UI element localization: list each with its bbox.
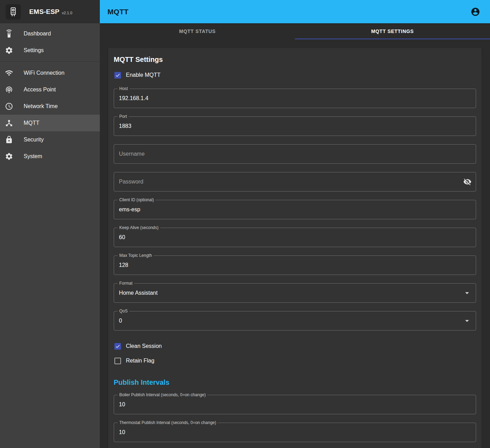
enable-mqtt-checkbox[interactable]: Enable MQTT: [114, 68, 476, 82]
device-hub-icon: [5, 119, 13, 127]
checkbox-icon: [114, 343, 121, 350]
app-bar: MQTT: [100, 0, 490, 23]
sidebar-item-label: Network Time: [24, 103, 58, 109]
sidebar-item-label: MQTT: [24, 120, 39, 126]
thermostat-publish-interval-field[interactable]: Thermostat Publish Interval (seconds, 0=…: [114, 423, 476, 442]
tab-mqtt-status[interactable]: MQTT STATUS: [100, 23, 295, 39]
checkbox-label: Retain Flag: [126, 358, 154, 364]
thermostat-publish-interval-value: 10: [119, 429, 125, 435]
qos-select[interactable]: QoS 0: [114, 311, 476, 331]
sidebar-nav: Dashboard Settings WiFi Connection Acces…: [0, 23, 100, 165]
format-select-value: Home Assistant: [119, 290, 158, 296]
visibility-off-icon[interactable]: [463, 178, 472, 186]
brand-header: EMS-ESP v2.1.0: [0, 0, 100, 23]
keep-alive-field-label: Keep Alive (seconds): [118, 225, 160, 230]
sidebar-item-label: WiFi Connection: [24, 70, 64, 76]
sidebar-item-label: Settings: [24, 47, 44, 54]
tab-mqtt-settings[interactable]: MQTT SETTINGS: [295, 23, 490, 39]
max-topic-length-field[interactable]: Max Topic Length 128: [114, 255, 476, 275]
qos-select-label: QoS: [118, 309, 129, 314]
sidebar: EMS-ESP v2.1.0 Dashboard Settings WiFi C…: [0, 0, 100, 448]
sidebar-item-mqtt[interactable]: MQTT: [0, 115, 100, 131]
content-area: MQTT Settings Enable MQTT Host 192.168.1…: [100, 39, 490, 448]
username-placeholder: Username: [119, 151, 145, 157]
sidebar-item-system[interactable]: System: [0, 148, 100, 165]
host-field[interactable]: Host 192.168.1.4: [114, 89, 476, 108]
port-field-label: Port: [118, 114, 129, 119]
gear-icon: [5, 46, 13, 55]
format-select[interactable]: Format Home Assistant: [114, 283, 476, 303]
lock-icon: [5, 136, 13, 144]
sidebar-item-network-time[interactable]: Network Time: [0, 98, 100, 115]
port-field[interactable]: Port 1883: [114, 116, 476, 136]
sidebar-divider: [0, 62, 100, 62]
sidebar-item-wifi-connection[interactable]: WiFi Connection: [0, 65, 100, 81]
password-field[interactable]: Password: [114, 172, 476, 192]
sidebar-item-security[interactable]: Security: [0, 131, 100, 148]
keep-alive-field[interactable]: Keep Alive (seconds) 60: [114, 228, 476, 247]
dropdown-arrow-icon: [463, 316, 472, 325]
sidebar-item-dashboard[interactable]: Dashboard: [0, 25, 100, 42]
main-column: MQTT MQTT STATUS MQTT SETTINGS MQTT Sett…: [100, 0, 490, 448]
card-title: MQTT Settings: [114, 56, 476, 64]
clean-session-checkbox[interactable]: Clean Session: [114, 339, 476, 353]
sidebar-item-label: Security: [24, 137, 44, 143]
checkbox-label: Clean Session: [126, 343, 162, 349]
keep-alive-field-value: 60: [119, 234, 125, 241]
format-select-label: Format: [118, 281, 134, 286]
tab-bar: MQTT STATUS MQTT SETTINGS: [100, 23, 490, 39]
brand-version: v2.1.0: [62, 8, 72, 15]
app-root: EMS-ESP v2.1.0 Dashboard Settings WiFi C…: [0, 0, 490, 448]
remote-icon: [5, 30, 13, 38]
wifi-icon: [5, 69, 13, 77]
sidebar-item-label: Dashboard: [24, 31, 51, 37]
boiler-logo-icon: [6, 4, 21, 19]
sidebar-item-settings[interactable]: Settings: [0, 42, 100, 59]
page-title: MQTT: [107, 8, 129, 16]
max-topic-length-field-value: 128: [119, 262, 128, 268]
sidebar-item-label: System: [24, 153, 42, 160]
thermostat-publish-interval-label: Thermostat Publish Interval (seconds, 0=…: [118, 420, 218, 425]
password-placeholder: Password: [119, 179, 143, 185]
host-field-value: 192.168.1.4: [119, 95, 148, 101]
boiler-publish-interval-value: 10: [119, 401, 125, 408]
sidebar-item-access-point[interactable]: Access Point: [0, 81, 100, 98]
host-field-label: Host: [118, 86, 130, 91]
account-circle-icon[interactable]: [468, 5, 482, 19]
client-id-field[interactable]: Client ID (optional) ems-esp: [114, 200, 476, 219]
mqtt-settings-card: MQTT Settings Enable MQTT Host 192.168.1…: [108, 48, 482, 448]
checkbox-icon: [114, 72, 121, 79]
retain-flag-checkbox[interactable]: Retain Flag: [114, 353, 476, 368]
wifi-tethering-icon: [5, 85, 13, 94]
checkbox-label: Enable MQTT: [126, 72, 161, 78]
brand-title: EMS-ESP: [29, 8, 59, 16]
publish-intervals-heading: Publish Intervals: [114, 378, 476, 386]
client-id-field-value: ems-esp: [119, 206, 140, 213]
boiler-publish-interval-label: Boiler Publish Interval (seconds, 0=on c…: [118, 392, 207, 398]
gear-icon: [5, 152, 13, 161]
sidebar-item-label: Access Point: [24, 87, 56, 93]
max-topic-length-field-label: Max Topic Length: [118, 253, 154, 258]
port-field-value: 1883: [119, 123, 131, 129]
checkbox-icon: [114, 358, 121, 364]
dropdown-arrow-icon: [463, 288, 472, 298]
username-field[interactable]: Username: [114, 144, 476, 164]
clock-icon: [5, 102, 13, 111]
qos-select-value: 0: [119, 318, 122, 324]
boiler-publish-interval-field[interactable]: Boiler Publish Interval (seconds, 0=on c…: [114, 395, 476, 414]
client-id-field-label: Client ID (optional): [118, 197, 155, 203]
